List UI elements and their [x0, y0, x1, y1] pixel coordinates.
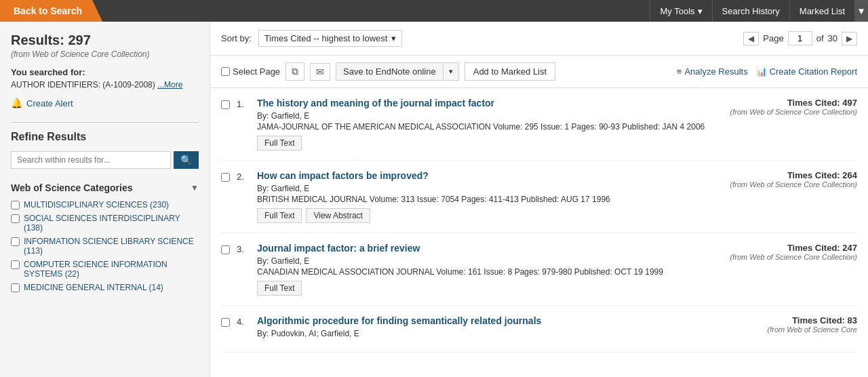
category-checkbox[interactable] — [11, 214, 20, 223]
more-link[interactable]: ...More — [157, 80, 182, 90]
email-icon-button[interactable]: ✉ — [310, 63, 330, 81]
category-checkbox[interactable] — [11, 201, 20, 210]
table-row: 1. The history and meaning of the journa… — [221, 88, 857, 161]
sort-chevron-icon: ▾ — [391, 33, 396, 43]
times-cited-source: (from Web of Science Core Collection) — [730, 253, 857, 261]
sort-select[interactable]: Times Cited -- highest to lowest ▾ — [258, 30, 403, 47]
results-source: (from Web of Science Core Collection) — [11, 49, 199, 59]
searched-for-label: You searched for: — [11, 67, 199, 77]
categories-list: MULTIDISCIPLINARY SCIENCES (230)SOCIAL S… — [11, 200, 199, 292]
chart-icon: 📊 — [756, 66, 767, 77]
create-citation-label: Create Citation Report — [770, 66, 857, 77]
sort-label: Sort by: — [221, 33, 252, 43]
sort-value: Times Cited -- highest to lowest — [264, 33, 388, 43]
search-within-input[interactable] — [11, 151, 171, 169]
result-author: By: Pudovkin, AI; Garfield, E — [257, 329, 742, 338]
result-title[interactable]: How can impact factors be improved? — [257, 170, 724, 181]
page-prev-button[interactable]: ◀ — [743, 32, 759, 45]
table-row: 3. Journal impact factor: a brief review… — [221, 233, 857, 306]
result-number: 3. — [237, 244, 250, 254]
category-section-header: Web of Science Categories ▼ — [11, 182, 199, 193]
result-body: The history and meaning of the journal i… — [257, 98, 724, 151]
collapse-categories-icon[interactable]: ▼ — [191, 183, 199, 193]
result-number: 4. — [237, 317, 250, 327]
copy-icon-button[interactable]: ⧉ — [285, 62, 304, 81]
category-checkbox[interactable] — [11, 260, 20, 269]
select-page-label: Select Page — [233, 66, 280, 77]
chevron-down-icon: ▾ — [698, 6, 703, 16]
marked-list-nav[interactable]: Marked List — [789, 0, 854, 22]
create-alert-label: Create Alert — [26, 98, 73, 108]
category-item[interactable]: INFORMATION SCIENCE LIBRARY SCIENCE (113… — [11, 237, 199, 256]
categories-title: Web of Science Categories — [11, 182, 132, 193]
result-body: Algorithmic procedure for finding semant… — [257, 315, 742, 342]
category-label: SOCIAL SCIENCES INTERDISCIPLINARY (138) — [24, 214, 199, 233]
create-alert-link[interactable]: 🔔 Create Alert — [11, 98, 199, 108]
result-buttons: Full TextView Abstract — [257, 208, 724, 223]
times-cited-source: (from Web of Science Core Collection) — [730, 108, 857, 116]
category-item[interactable]: MEDICINE GENERAL INTERNAL (14) — [11, 283, 199, 292]
category-label: MULTIDISCIPLINARY SCIENCES (230) — [24, 200, 169, 210]
result-title[interactable]: Journal impact factor: a brief review — [257, 243, 724, 254]
create-citation-report-link[interactable]: 📊 Create Citation Report — [756, 66, 857, 77]
result-checkbox[interactable] — [221, 100, 230, 109]
result-title[interactable]: Algorithmic procedure for finding semant… — [257, 315, 742, 326]
table-row: 2. How can impact factors be improved? B… — [221, 161, 857, 233]
result-journal: BRITISH MEDICAL JOURNAL Volume: 313 Issu… — [257, 195, 724, 204]
result-action-button[interactable]: Full Text — [257, 208, 302, 223]
result-action-button[interactable]: View Abstract — [306, 208, 370, 223]
scroll-right-button[interactable]: ▼ — [854, 0, 868, 22]
result-checkbox[interactable] — [221, 245, 230, 254]
bell-icon: 🔔 — [11, 98, 22, 108]
refine-results-title: Refine Results — [11, 131, 199, 143]
back-to-search-button[interactable]: Back to Search — [0, 0, 102, 22]
times-cited-count: Times Cited: 264 — [730, 170, 857, 180]
result-body: How can impact factors be improved? By: … — [257, 170, 724, 223]
select-page-checkbox[interactable] — [221, 67, 230, 76]
page-number-input[interactable] — [788, 31, 812, 45]
category-item[interactable]: SOCIAL SCIENCES INTERDISCIPLINARY (138) — [11, 214, 199, 233]
page-next-button[interactable]: ▶ — [842, 32, 857, 45]
my-tools-label: My Tools — [660, 6, 694, 16]
select-page-checkbox-label[interactable]: Select Page — [221, 66, 280, 77]
result-author: By: Garfield, E — [257, 111, 724, 121]
times-cited-count: Times Cited: 497 — [730, 98, 857, 108]
nav-links: My Tools ▾ Search History Marked List ▼ — [650, 0, 868, 22]
result-action-button[interactable]: Full Text — [257, 136, 302, 151]
times-cited-source: (from Web of Science Core — [749, 325, 857, 334]
result-title[interactable]: The history and meaning of the journal i… — [257, 98, 724, 108]
category-item[interactable]: MULTIDISCIPLINARY SCIENCES (230) — [11, 200, 199, 210]
search-within-button[interactable]: 🔍 — [174, 151, 199, 169]
category-checkbox[interactable] — [11, 283, 20, 292]
save-endnote-button[interactable]: Save to EndNote online ▾ — [336, 62, 459, 81]
page-total: 30 — [828, 33, 837, 43]
result-checkbox[interactable] — [221, 173, 230, 182]
result-number: 2. — [237, 172, 250, 182]
analyze-results-link[interactable]: ≡ Analyze Results — [677, 66, 748, 77]
save-endnote-dropdown-icon[interactable]: ▾ — [443, 64, 458, 79]
result-body: Journal impact factor: a brief review By… — [257, 243, 724, 296]
result-journal: JAMA-JOURNAL OF THE AMERICAN MEDICAL ASS… — [257, 122, 724, 132]
category-checkbox[interactable] — [11, 237, 20, 246]
search-history-nav[interactable]: Search History — [712, 0, 789, 22]
result-author: By: Garfield, E — [257, 184, 724, 193]
sidebar: Results: 297 (from Web of Science Core C… — [0, 22, 210, 377]
add-to-marked-list-button[interactable]: Add to Marked List — [465, 62, 555, 81]
category-item[interactable]: COMPUTER SCIENCE INFORMATION SYSTEMS (22… — [11, 260, 199, 279]
analyze-results-label: Analyze Results — [684, 66, 747, 77]
category-label: INFORMATION SCIENCE LIBRARY SCIENCE (113… — [24, 237, 199, 256]
times-cited-count: Times Cited: 247 — [730, 243, 857, 253]
content-area: Sort by: Times Cited -- highest to lowes… — [210, 22, 868, 377]
analyze-icon: ≡ — [677, 66, 682, 77]
result-buttons: Full Text — [257, 136, 724, 151]
searched-for-value: AUTHOR IDENTIFIERS: (A-1009-2008) ...Mor… — [11, 80, 199, 90]
result-author: By: Garfield, E — [257, 256, 724, 266]
my-tools-nav[interactable]: My Tools ▾ — [650, 0, 711, 22]
page-of-label: of — [816, 33, 824, 43]
results-list: 1. The history and meaning of the journa… — [210, 88, 868, 353]
results-count: Results: 297 — [11, 33, 199, 48]
result-action-button[interactable]: Full Text — [257, 281, 302, 296]
result-checkbox[interactable] — [221, 318, 230, 327]
times-cited-count: Times Cited: 83 — [749, 315, 857, 325]
right-actions: ≡ Analyze Results 📊 Create Citation Repo… — [677, 66, 857, 77]
